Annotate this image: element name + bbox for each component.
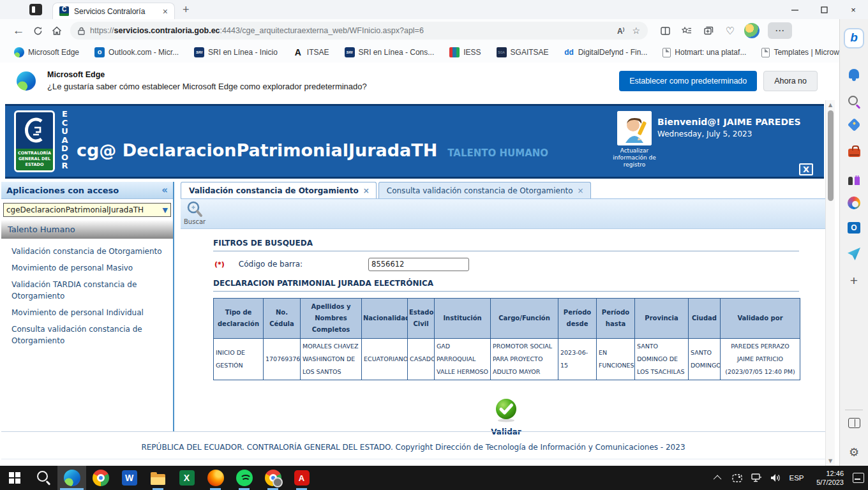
favorite-star-icon[interactable]: ☆	[632, 26, 640, 36]
chrome-alt-icon	[265, 470, 281, 486]
search-sidebar-icon[interactable]	[840, 94, 868, 110]
update-profile-block[interactable]: Actualizar información de registro	[611, 111, 657, 168]
refresh-icon[interactable]	[28, 22, 47, 40]
bing-sidebar-icon[interactable]	[840, 28, 868, 48]
application-dropdown[interactable]: cgeDeclaracionPatrimonialJuradaTH ▼	[3, 203, 171, 217]
not-now-button[interactable]: Ahora no	[763, 71, 818, 91]
hidden-icons-chevron[interactable]	[708, 466, 728, 490]
collections-icon[interactable]	[698, 22, 719, 40]
sidebar-menu-item[interactable]: Validación constancia de Otorgamiento	[1, 243, 173, 260]
declaration-table: Tipo de declaraciónNo. CédulaApellidos y…	[213, 298, 800, 380]
spotify-taskbar-button[interactable]	[230, 466, 258, 490]
minimize-button[interactable]	[780, 0, 809, 19]
firefox-taskbar-button[interactable]	[201, 466, 230, 490]
drop-sidebar-icon[interactable]	[840, 248, 868, 260]
outlook-sidebar-icon[interactable]	[840, 222, 868, 234]
excel-taskbar-button[interactable]	[172, 466, 201, 490]
shopping-icon	[847, 118, 860, 131]
network-icon[interactable]	[747, 466, 766, 490]
tab-close-icon[interactable]: ×	[163, 7, 168, 16]
filters-heading: FILTROS DE BUSQUEDA	[213, 239, 799, 251]
bookmark-label: ITSAE	[307, 48, 329, 57]
bookmark-item[interactable]: SRI en Línea - Inicio	[194, 47, 278, 57]
sidebar-section-talento-humano[interactable]: Talento Humano	[1, 220, 173, 239]
bookmark-item[interactable]: Microsoft Edge	[14, 47, 79, 57]
validar-button[interactable]: Validar	[213, 397, 799, 436]
chrome-taskbar-button[interactable]	[86, 466, 115, 490]
table-cell: 2023-06-15	[558, 339, 597, 380]
volume-icon[interactable]	[766, 466, 785, 490]
acrobat-taskbar-button[interactable]	[287, 466, 316, 490]
screen-clip-icon[interactable]	[728, 466, 747, 490]
app-tab-close-icon[interactable]: ×	[578, 186, 584, 195]
new-tab-button[interactable]: +	[183, 3, 190, 17]
edge-taskbar-button[interactable]	[57, 466, 86, 490]
green-check-icon[interactable]	[493, 397, 519, 422]
scrollbar-thumb[interactable]	[828, 110, 834, 201]
clock[interactable]: 12:46 5/7/2023	[811, 469, 844, 487]
close-button[interactable]: ×	[839, 0, 868, 19]
settings-sidebar-icon[interactable]	[840, 445, 868, 460]
scroll-down-icon[interactable]: ▼	[826, 458, 835, 464]
back-icon[interactable]: ←	[9, 22, 28, 40]
barcode-input[interactable]	[368, 258, 469, 271]
buscar-button[interactable]: Buscar	[184, 200, 206, 225]
itsae-favicon	[293, 47, 303, 57]
bookmark-label: Templates | Microw...	[774, 48, 845, 57]
read-aloud-icon[interactable]: A)	[617, 26, 624, 36]
browser-tab[interactable]: Servicios Contraloría ×	[52, 3, 175, 20]
split-screen-icon[interactable]	[654, 22, 676, 40]
default-browser-notification: Microsoft Edge ¿Le gustaría saber cómo e…	[0, 63, 839, 100]
bookmark-item[interactable]: Hotmart: una plataf...	[662, 48, 746, 57]
firefox-icon	[207, 470, 224, 486]
logo-country-text: ECUADOR	[60, 110, 70, 170]
sidebar-menu-item[interactable]: Validación TARDIA constancia de Otorgami…	[1, 276, 173, 304]
bookmark-item[interactable]: Templates | Microw...	[761, 48, 845, 57]
action-center-icon[interactable]	[849, 466, 868, 490]
add-sidebar-icon[interactable]	[840, 273, 868, 288]
bookmark-item[interactable]: SGAITSAE	[497, 47, 549, 57]
language-indicator[interactable]: ESP	[785, 474, 808, 482]
app-tab[interactable]: Validación constancia de Otorgamiento×	[181, 182, 377, 198]
word-taskbar-button[interactable]	[115, 466, 144, 490]
sidebar-menu-item[interactable]: Movimiento de personal Individual	[1, 304, 173, 321]
start-taskbar-button[interactable]	[0, 466, 29, 490]
settings-more-icon[interactable]: ⋯	[768, 22, 792, 39]
sidebar-menu-item[interactable]: Consulta validación constancia de Otorga…	[1, 321, 173, 349]
bookmark-item[interactable]: IESS	[449, 47, 481, 57]
explorer-taskbar-button[interactable]	[144, 466, 172, 490]
home-icon[interactable]	[47, 22, 66, 40]
user-avatar[interactable]	[617, 111, 652, 145]
shopping-sidebar-icon[interactable]	[840, 120, 868, 130]
sidebar-collapse-icon[interactable]: «	[161, 184, 168, 196]
page-scrollbar[interactable]: ▲ ▼	[825, 100, 835, 466]
page-content: CONTRALORÍA GENERAL DEL ESTADO ECUADOR c…	[0, 99, 839, 466]
bookmark-item[interactable]: Outlook.com - Micr...	[94, 47, 179, 57]
app-tab-close-icon[interactable]: ×	[363, 186, 370, 195]
banner-close-button[interactable]: X	[799, 163, 813, 175]
chrome-alt-taskbar-button[interactable]	[258, 466, 287, 490]
games-sidebar-icon[interactable]	[840, 171, 868, 186]
bell-sidebar-icon[interactable]	[840, 69, 868, 78]
bookmark-item[interactable]: SRI en Línea - Cons...	[345, 47, 435, 57]
browser-essentials-icon[interactable]: ♡	[719, 22, 741, 40]
word-icon	[122, 470, 137, 486]
tools-sidebar-icon[interactable]	[840, 145, 868, 157]
app-tab[interactable]: Consulta validación constancia de Otorga…	[378, 182, 591, 198]
maximize-button[interactable]	[809, 0, 839, 19]
bookmark-item[interactable]: ITSAE	[293, 47, 329, 57]
bookmark-item[interactable]: DigitalDefynd - Fin...	[564, 47, 648, 57]
table-cell: PAREDES PERRAZO JAIME PATRICIO (2023/07/…	[721, 339, 800, 380]
split-sidebar-icon[interactable]	[840, 418, 868, 428]
set-default-button[interactable]: Establecer como predeterminado	[619, 71, 757, 91]
profile-avatar[interactable]	[741, 22, 763, 40]
address-bar[interactable]: https://servicios.contraloria.gob.ec:444…	[70, 22, 648, 40]
m365-sidebar-icon[interactable]	[840, 197, 868, 209]
tab-actions-menu-icon[interactable]	[29, 4, 42, 15]
favorites-icon[interactable]	[676, 22, 698, 40]
bookmark-label: Hotmart: una plataf...	[675, 48, 746, 57]
scroll-up-icon[interactable]: ▲	[826, 102, 835, 108]
explorer-icon	[151, 474, 165, 485]
sidebar-menu-item[interactable]: Movimiento de personal Masivo	[1, 260, 173, 276]
search-taskbar-button[interactable]	[29, 466, 57, 490]
